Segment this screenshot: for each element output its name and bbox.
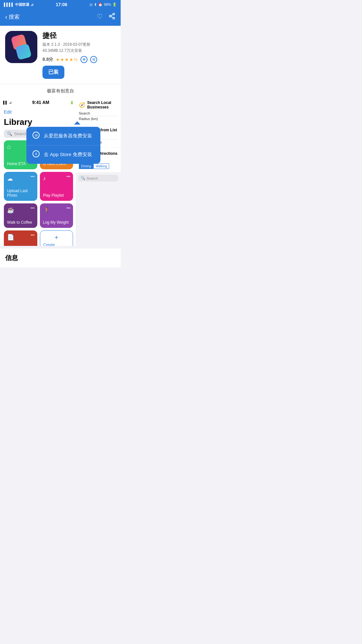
location-icon: ◎ [89,3,93,7]
arrow-icon: ⬆ [94,3,97,7]
battery-icon: 🔋 [112,3,117,7]
status-time: 17:06 [56,2,67,7]
popup-menu: ⑩ 从爱思服务器免费安装 A 去 App Store 免费安装 [26,127,100,164]
svg-text:⑩: ⑩ [34,133,38,138]
popup-install-aisi[interactable]: ⑩ 从爱思服务器免费安装 [26,127,100,145]
nav-bar: ‹ 搜索 ♡ [0,9,121,26]
popup-appstore-icon: A [32,150,40,159]
install-button[interactable]: 已装 [42,66,64,79]
nav-actions: ♡ [97,13,116,21]
back-button[interactable]: ‹ 搜索 [5,13,20,21]
info-section: 信息 [0,248,121,267]
status-bar: ▌▌▌▌ 中国联通 ⊿ 17:06 ◎ ⬆ ⏰ 99% 🔋 [0,0,121,9]
app-rating-row: 8.8分 ★★★★½ ⑩ Ⓐ [42,56,116,63]
status-battery: ◎ ⬆ ⏰ 99% 🔋 [89,3,117,7]
app-size: 40.34MB 12.7万次安装 [42,48,116,53]
wifi-icon: ⊿ [31,3,33,7]
svg-text:A: A [35,152,37,156]
popup-arrow [74,121,80,125]
rating-stars: ★★★★½ [56,57,78,62]
svg-line-3 [111,16,113,18]
status-carrier: ▌▌▌▌ 中国联通 ⊿ [4,2,33,7]
app-description: 极富有创意自 [0,84,121,98]
app-name: 捷径 [42,31,116,41]
badge-iu: ⑩ [80,56,88,63]
info-title: 信息 [5,254,18,261]
favorite-icon[interactable]: ♡ [97,13,103,21]
alarm-icon: ⏰ [98,3,103,7]
svg-point-1 [109,15,111,17]
signal-icon: ▌▌▌▌ [4,3,14,6]
share-icon[interactable] [108,13,116,21]
screenshot-area: ▌▌ ⊿ 9:41 AM 🔋 Edit Library 🔍 Search •••… [0,98,121,246]
popup-install-appstore[interactable]: A 去 App Store 免费安装 [26,145,100,164]
app-details: 捷径 版本 2.1.3 · 2019-02-07更新 40.34MB 12.7万… [42,31,116,79]
back-chevron-icon: ‹ [5,13,7,21]
svg-point-0 [113,13,115,15]
app-version: 版本 2.1.3 · 2019-02-07更新 [42,42,116,47]
svg-point-2 [113,17,115,19]
popup-overlay: ⑩ 从爱思服务器免费安装 A 去 App Store 免费安装 [0,98,121,246]
app-info-section: 捷径 版本 2.1.3 · 2019-02-07更新 40.34MB 12.7万… [0,26,121,84]
popup-aisi-icon: ⑩ [32,131,40,141]
popup-appstore-label: 去 App Store 免费安装 [44,152,92,158]
badge-appstore: Ⓐ [90,56,97,63]
app-icon [5,31,37,63]
rating-score: 8.8分 [42,57,53,62]
back-label[interactable]: 搜索 [9,13,20,21]
popup-aisi-label: 从爱思服务器免费安装 [44,133,92,139]
svg-line-4 [111,14,113,15]
